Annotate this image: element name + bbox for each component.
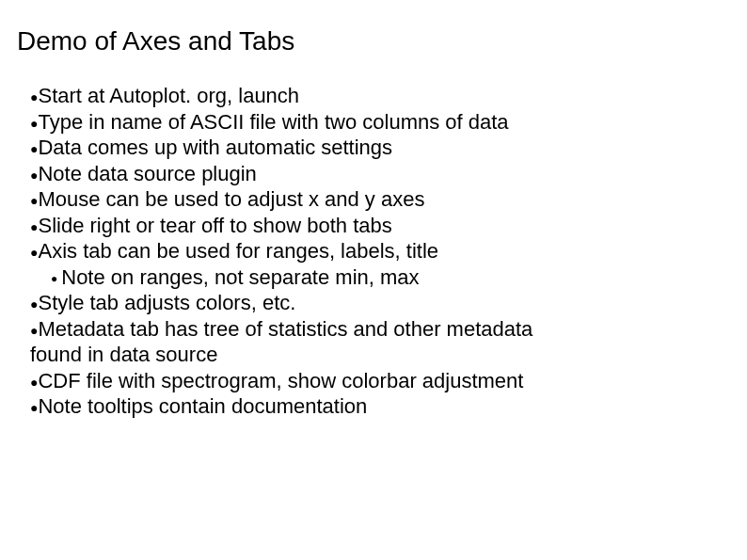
list-item: ●Style tab adjusts colors, etc. [30, 290, 730, 316]
list-item: ●Type in name of ASCII file with two col… [30, 109, 730, 136]
list-item: ●Start at Autoplot. org, launch [30, 83, 730, 109]
list-item-text: Type in name of ASCII file with two colu… [38, 110, 508, 134]
bullet-list: ●Start at Autoplot. org, launch ●Type in… [17, 83, 730, 420]
list-item-continuation: found in data source [30, 342, 730, 368]
list-item: ●Axis tab can be used for ranges, labels… [30, 238, 730, 264]
list-item-text: Metadata tab has tree of statistics and … [38, 317, 532, 341]
list-item: ●Data comes up with automatic settings [30, 135, 730, 161]
list-item-text: found in data source [30, 343, 217, 366]
list-item: ●Mouse can be used to adjust x and y axe… [30, 186, 730, 213]
list-item: ●Note data source plugin [30, 161, 730, 187]
list-item-text: Note tooltips contain documentation [38, 394, 367, 418]
bullet-icon: ● [51, 273, 57, 284]
list-item: ●Metadata tab has tree of statistics and… [30, 316, 730, 343]
list-item-text: Axis tab can be used for ranges, labels,… [38, 239, 438, 263]
list-item: ●Slide right or tear off to show both ta… [30, 213, 730, 239]
list-item: ●Note tooltips contain documentation [30, 393, 730, 420]
list-item-text: Start at Autoplot. org, launch [38, 84, 299, 107]
list-item-text: Slide right or tear off to show both tab… [38, 214, 391, 237]
list-item: ●CDF file with spectrogram, show colorba… [30, 368, 730, 394]
list-item-text: Style tab adjusts colors, etc. [38, 291, 295, 314]
list-item-text: Mouse can be used to adjust x and y axes [38, 187, 424, 211]
slide-title: Demo of Axes and Tabs [17, 26, 730, 56]
list-sub-item: ●Note on ranges, not separate min, max [30, 264, 730, 291]
list-item-text: CDF file with spectrogram, show colorbar… [38, 369, 523, 392]
list-item-text: Note data source plugin [38, 162, 256, 185]
list-item-text: Note on ranges, not separate min, max [61, 265, 419, 289]
list-item-text: Data comes up with automatic settings [38, 136, 392, 159]
